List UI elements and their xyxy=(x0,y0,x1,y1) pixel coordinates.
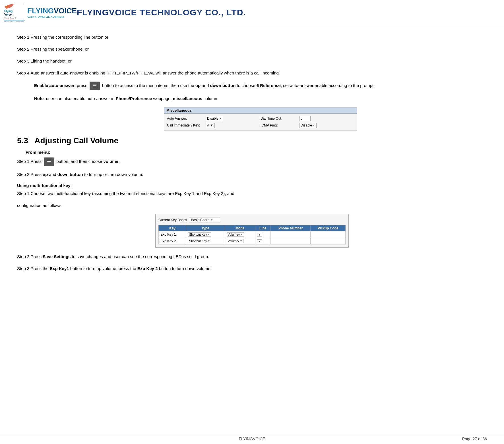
kb-top-label: Current Key Board xyxy=(158,218,187,222)
using-multi-label: Using multi-functional key: xyxy=(17,183,487,188)
misc-label-dial-timeout: Dial Time Out: xyxy=(261,117,298,121)
step-1-choose-line: Step 1.Choose two multi-functional key (… xyxy=(17,190,487,197)
logo-image: Flying Voice Voice Over IP VoIP & VoWLAN… xyxy=(3,3,25,22)
misc-input-auto-answer[interactable]: Disable ▼ xyxy=(206,116,223,121)
step-2-line: Step 2.Pressing the speakerphone, or xyxy=(17,46,487,53)
table-row: Exp Key 2 Shortcut Key ▼ Volume- ▼ ▼ xyxy=(159,238,346,244)
kb-select-line-2[interactable]: ▼ xyxy=(257,239,262,243)
chevron-down-icon-4: ▼ xyxy=(208,233,210,236)
section-title: Adjusting Call Volume xyxy=(34,136,118,145)
table-row: Exp Key 1 Shortcut Key ▼ Volume+ ▼ ▼ xyxy=(159,231,346,238)
logo-voice: VOICE xyxy=(54,7,77,15)
footer-page: Page 27 of 86 xyxy=(330,437,487,441)
misc-label-auto-answer: Auto Answer: xyxy=(167,117,204,121)
logo-area: Flying Voice Voice Over IP VoIP & VoWLAN… xyxy=(3,3,77,22)
misc-label-icmp-ping: ICMP Ping: xyxy=(261,123,298,127)
kb-cell-line-2[interactable]: ▼ xyxy=(255,238,270,244)
chevron-down-icon-9: ▼ xyxy=(258,240,261,243)
misc-label-call-immediately: Call Immediately Key: xyxy=(167,123,204,127)
chevron-down-icon-2: ▼ xyxy=(313,124,315,127)
kb-cell-type-2[interactable]: Shortcut Key ▼ xyxy=(186,238,225,244)
kb-col-phone: Phone Number xyxy=(270,225,311,231)
kb-top-row: Current Key Board Basic Board ▼ xyxy=(158,217,346,223)
from-menu-label: From menu: xyxy=(26,150,487,155)
page-title: FLYINGVOICE TECHNOLOGY CO., LTD. xyxy=(77,8,246,17)
chevron-down-icon-8: ▼ xyxy=(240,240,242,242)
note-line: Note: user can also enable auto-answer i… xyxy=(34,95,487,102)
enable-auto-answer-line: Enable auto-answer: press button to acce… xyxy=(34,82,487,90)
step-3-exp-key-line: Step 3.Press the Exp Key1 button to turn… xyxy=(17,265,487,272)
enable-auto-answer-label: Enable auto-answer xyxy=(34,83,75,88)
menu-icon xyxy=(90,82,100,90)
kb-cell-phone-2 xyxy=(270,238,311,244)
logo-text-area: FLYINGVOICE VoIP & VoWLAN Solutions xyxy=(27,7,77,19)
section-5-3-heading: 5.3 Adjusting Call Volume xyxy=(17,136,487,145)
misc-row-dial-timeout: Dial Time Out: 5 xyxy=(261,116,354,121)
kb-cell-type-1[interactable]: Shortcut Key ▼ xyxy=(186,231,225,238)
kb-col-key: Key xyxy=(159,225,186,231)
page-header: Flying Voice Voice Over IP VoIP & VoWLAN… xyxy=(0,0,504,25)
logo-flying: FLYING xyxy=(27,7,54,15)
kb-cell-key-2: Exp Key 2 xyxy=(159,238,186,244)
kb-col-line: Line xyxy=(255,225,270,231)
page-footer: FLYINGVOICE Page 27 of 86 xyxy=(0,435,504,441)
kb-cell-mode-2[interactable]: Volume- ▼ xyxy=(225,238,255,244)
misc-body: Auto Answer: Disable ▼ Dial Time Out: 5 … xyxy=(164,114,357,130)
kb-col-type: Type xyxy=(186,225,225,231)
kb-select-basic-board[interactable]: Basic Board ▼ xyxy=(189,217,220,223)
chevron-down-icon-5: ▼ xyxy=(241,233,243,236)
misc-title-bar: Miscellaneous xyxy=(164,107,357,114)
kb-select-mode-2[interactable]: Volume- ▼ xyxy=(227,239,243,243)
step-2-save-line: Step 2.Press Save Settings to save chang… xyxy=(17,253,487,260)
kb-table-body: Exp Key 1 Shortcut Key ▼ Volume+ ▼ ▼ Exp… xyxy=(159,231,346,244)
kb-table-header: Key Type Mode Line Phone Number Pickup C… xyxy=(159,225,346,231)
kb-cell-phone-1 xyxy=(270,231,311,238)
step-3-line: Step 3.Lifting the handset, or xyxy=(17,58,487,65)
kb-col-mode: Mode xyxy=(225,225,255,231)
kb-cell-pickup-1 xyxy=(311,231,346,238)
step-2-updown-line: Step 2.Press up and down button to turn … xyxy=(17,171,487,178)
misc-row-auto-answer: Auto Answer: Disable ▼ xyxy=(167,116,261,121)
step-1-press-line: Step 1.Press button, and then choose vol… xyxy=(17,157,487,166)
misc-row-call-immediately: Call Immediately Key: # ▼ xyxy=(167,123,261,128)
misc-row-icmp-ping: ICMP Ping: Disable ▼ xyxy=(261,123,354,128)
svg-text:Voice Over IP: Voice Over IP xyxy=(4,17,16,19)
chevron-down-icon-6: ▼ xyxy=(258,233,261,236)
kb-table: Key Type Mode Line Phone Number Pickup C… xyxy=(158,225,346,244)
kb-select-type-2[interactable]: Shortcut Key ▼ xyxy=(188,239,211,243)
misc-input-call-immediately[interactable]: # ▼ xyxy=(206,123,215,128)
chevron-down-icon: ▼ xyxy=(219,117,222,120)
svg-text:Flying: Flying xyxy=(4,10,13,13)
misc-input-icmp-ping[interactable]: Disable ▼ xyxy=(299,123,317,128)
keyboard-screenshot: Current Key Board Basic Board ▼ Key Type… xyxy=(155,214,349,248)
step-1-line: Step 1.Pressing the corresponding line b… xyxy=(17,34,487,41)
kb-cell-mode-1[interactable]: Volume+ ▼ xyxy=(225,231,255,238)
footer-center: FLYINGVOICE xyxy=(174,437,331,441)
kb-cell-key-1: Exp Key 1 xyxy=(159,231,186,238)
svg-text:Voice: Voice xyxy=(4,13,12,16)
config-follows-line: configuration as follows: xyxy=(17,202,487,209)
enable-auto-answer-block: Enable auto-answer: press button to acce… xyxy=(34,82,487,130)
kb-select-mode-1[interactable]: Volume+ ▼ xyxy=(227,232,244,237)
svg-text:VoIP & VoWLAN Solutions: VoIP & VoWLAN Solutions xyxy=(4,21,24,22)
kb-select-line-1[interactable]: ▼ xyxy=(257,233,262,237)
chevron-down-icon-3: ▼ xyxy=(210,219,213,221)
kb-select-type-1[interactable]: Shortcut Key ▼ xyxy=(188,232,211,237)
kb-cell-pickup-2 xyxy=(311,238,346,244)
kb-col-pickup: Pickup Code xyxy=(311,225,346,231)
main-content: Step 1.Pressing the corresponding line b… xyxy=(0,31,504,294)
section-number: 5.3 xyxy=(17,136,28,145)
step-4-line: Step 4.Auto-answer: if auto-answer is en… xyxy=(17,70,487,76)
misc-input-dial-timeout[interactable]: 5 xyxy=(299,116,311,121)
menu-icon-2 xyxy=(44,157,54,166)
kb-cell-line-1[interactable]: ▼ xyxy=(255,231,270,238)
misc-screenshot: Miscellaneous Auto Answer: Disable ▼ Dia… xyxy=(164,107,357,130)
logo-tagline: VoIP & VoWLAN Solutions xyxy=(27,15,77,19)
chevron-down-icon-7: ▼ xyxy=(208,240,210,242)
